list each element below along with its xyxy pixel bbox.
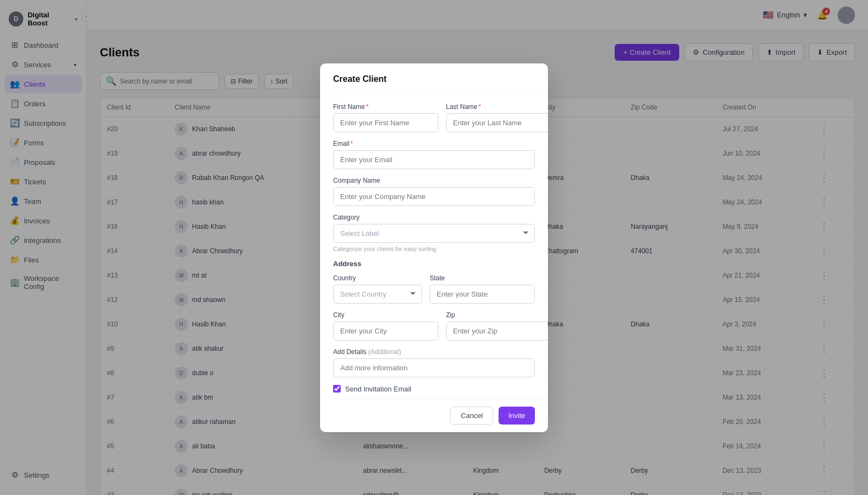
- last-name-group: Last Name*: [446, 103, 548, 132]
- add-details-row: Add Details (Additional): [333, 348, 535, 377]
- country-select[interactable]: Select Country: [333, 285, 422, 304]
- state-group: State: [430, 274, 535, 304]
- country-label: Country: [333, 274, 422, 282]
- send-invitation-checkbox[interactable]: [333, 385, 341, 393]
- send-invitation-label[interactable]: Send Invitation Email: [345, 385, 411, 393]
- email-input[interactable]: [333, 150, 535, 169]
- first-name-label: First Name*: [333, 103, 438, 111]
- category-group: Category Select Label Categorize your cl…: [333, 214, 535, 252]
- category-label: Category: [333, 214, 535, 221]
- modal-footer: Cancel Invite: [320, 398, 548, 432]
- first-name-group: First Name*: [333, 103, 438, 132]
- category-hint: Categorize your clients for easy sorting: [333, 246, 535, 252]
- modal-header: Create Client: [320, 63, 548, 93]
- invite-button[interactable]: Invite: [499, 407, 535, 425]
- first-name-input[interactable]: [333, 113, 438, 132]
- state-input[interactable]: [430, 285, 535, 304]
- modal-overlay[interactable]: Create Client First Name* Last Name*: [0, 0, 868, 495]
- modal-title: Create Client: [333, 74, 535, 84]
- email-group: Email*: [333, 140, 535, 169]
- zip-input[interactable]: [446, 322, 548, 340]
- modal-body: First Name* Last Name* Email*: [320, 93, 548, 398]
- email-label: Email*: [333, 140, 535, 147]
- company-name-label: Company Name: [333, 177, 535, 184]
- country-state-row: Country Select Country State: [333, 274, 535, 304]
- city-group: City: [333, 311, 438, 340]
- category-select[interactable]: Select Label: [333, 224, 535, 243]
- last-name-input[interactable]: [446, 113, 548, 132]
- company-row: Company Name: [333, 177, 535, 206]
- send-invitation-row: Send Invitation Email: [333, 385, 535, 393]
- name-row: First Name* Last Name*: [333, 103, 535, 132]
- zip-label: Zip: [446, 311, 548, 319]
- add-details-label: Add Details (Additional): [333, 348, 535, 356]
- city-input[interactable]: [333, 322, 438, 340]
- add-details-group: Add Details (Additional): [333, 348, 535, 377]
- last-name-label: Last Name*: [446, 103, 548, 111]
- email-row: Email*: [333, 140, 535, 169]
- company-group: Company Name: [333, 177, 535, 206]
- city-label: City: [333, 311, 438, 319]
- zip-group: Zip: [446, 311, 548, 340]
- create-client-modal: Create Client First Name* Last Name*: [320, 63, 548, 432]
- state-label: State: [430, 274, 535, 282]
- city-zip-row: City Zip: [333, 311, 535, 340]
- category-row: Category Select Label Categorize your cl…: [333, 214, 535, 252]
- company-name-input[interactable]: [333, 187, 535, 206]
- address-section-title: Address: [333, 260, 535, 268]
- cancel-button[interactable]: Cancel: [450, 407, 493, 425]
- country-group: Country Select Country: [333, 274, 422, 304]
- add-details-input[interactable]: [333, 358, 535, 377]
